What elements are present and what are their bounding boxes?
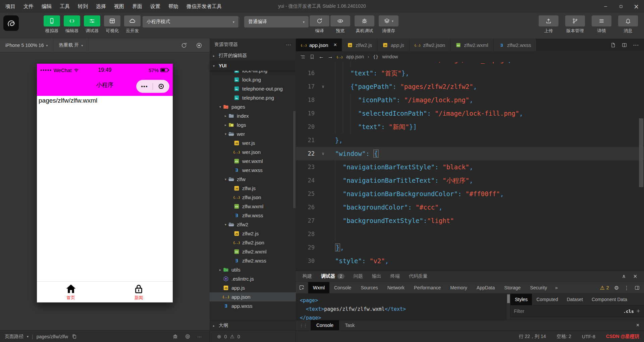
debugger-panel-tab[interactable]: 问题 — [354, 273, 363, 279]
tree-item[interactable]: <>zlfw.wxml — [210, 202, 296, 211]
debugger-panel-tab[interactable]: 构建 — [303, 273, 312, 279]
maximize-button[interactable] — [613, 0, 629, 13]
hot-reload-toggle[interactable]: 热重载 开 ▾ — [53, 39, 89, 52]
styles-tab-component-data[interactable]: Component Data — [587, 294, 632, 305]
wxml-tree-pane[interactable]: <page> <text>pages/zlfw/zlfw.wxml</text>… — [296, 294, 507, 320]
bug-icon[interactable] — [172, 334, 178, 339]
tree-item[interactable]: telephone.png — [210, 93, 296, 102]
statusbar-problems-segment[interactable]: ⊗ 0 ⚠ 0 — [210, 331, 296, 342]
code-line[interactable]: 25"navigationBarBackgroundColor": "#ff00… — [296, 187, 644, 201]
editor-tab[interactable]: JSzlfw2.js — [342, 39, 377, 51]
code-line[interactable]: 16"text": "首页"}, — [296, 66, 644, 80]
code-line[interactable]: 29}, — [296, 241, 644, 254]
editor-scrollbar[interactable] — [639, 118, 643, 187]
console-tab-task[interactable]: Task — [339, 320, 360, 330]
code-line[interactable]: 22∨"window": { — [296, 147, 644, 160]
tree-item[interactable]: .eslintrc.js — [210, 274, 296, 283]
code-line[interactable]: 23"navigationBarTextStyle": "black", — [296, 160, 644, 174]
capsule-close-icon[interactable] — [153, 83, 169, 90]
add-style-button[interactable]: + — [636, 308, 640, 315]
debug-button[interactable] — [84, 15, 100, 26]
devtools-tab-memory[interactable]: Memory — [445, 282, 472, 293]
copy-icon[interactable] — [71, 334, 77, 339]
styles-tab-dataset[interactable]: Dataset — [562, 294, 587, 305]
code-line[interactable]: 15"selectedIconPath": "/image/home_1.png… — [296, 62, 644, 66]
menu-item-设置[interactable]: 设置 — [150, 3, 160, 10]
code-button[interactable] — [64, 15, 80, 26]
back-icon[interactable]: ← — [319, 54, 324, 60]
devtools-tab-sources[interactable]: Sources — [356, 282, 382, 293]
devtools-tab-console[interactable]: Console — [329, 282, 356, 293]
tree-item[interactable]: JSwer.js — [210, 138, 296, 148]
code-line[interactable]: 17∨{"pagePath": "pages/zlfw2/zlfw2", — [296, 80, 644, 93]
tree-item[interactable]: {..}wer.json — [210, 148, 296, 157]
tree-item[interactable]: ▸index — [210, 111, 296, 120]
code-line[interactable]: 19"selectedIconPath": "/image/lock-fill.… — [296, 107, 644, 120]
wxml-line[interactable]: </page> — [300, 314, 507, 320]
outline-icon[interactable] — [300, 54, 306, 60]
project-root-section[interactable]: ▾ YUI — [210, 61, 296, 71]
eye-button[interactable] — [330, 15, 350, 26]
tree-item[interactable]: ∃zlfw.wxss — [210, 211, 296, 220]
tree-item[interactable]: ▾zlfw2 — [210, 220, 296, 229]
refresh-button[interactable] — [310, 15, 329, 26]
layers-button[interactable]: ▾ — [379, 15, 398, 26]
menu-item-帮助[interactable]: 帮助 — [168, 3, 178, 10]
devtools-tab-wxml[interactable]: Wxml — [308, 282, 329, 293]
menu-item-项目[interactable]: 项目 — [5, 3, 15, 10]
tree-item[interactable]: ▸utils — [210, 265, 296, 274]
breadcrumb-file[interactable]: app.json — [346, 54, 364, 59]
debugger-panel-tab[interactable]: 代码质量 — [409, 273, 428, 279]
chevron-up-icon[interactable]: ∧ — [622, 273, 626, 279]
tree-item[interactable]: ▾pages — [210, 102, 296, 111]
tree-item[interactable]: <>zlfw2.wxml — [210, 247, 296, 256]
tree-item[interactable]: {..}zlfw2.json — [210, 238, 296, 247]
warning-badge[interactable]: ⚠2 — [600, 285, 609, 291]
editor-tab[interactable]: {..}app.json× — [296, 39, 342, 51]
tree-item[interactable]: {..}zlfw.json — [210, 193, 296, 202]
styles-tab-computed[interactable]: Computed — [532, 294, 562, 305]
menu-item-工具[interactable]: 工具 — [60, 3, 70, 10]
stop-icon[interactable] — [196, 42, 202, 49]
debugger-panel-tab[interactable]: 调试器2 — [321, 273, 344, 279]
tree-item[interactable]: ▸logs — [210, 120, 296, 129]
devtools-tab-performance[interactable]: Performance — [409, 282, 445, 293]
branch-button[interactable] — [565, 15, 585, 26]
tab-overflow-icon[interactable]: » — [552, 282, 561, 293]
bug-button[interactable] — [355, 15, 374, 26]
more-icon[interactable]: ⋯ — [633, 42, 639, 48]
wxml-line[interactable]: <page> — [300, 296, 507, 305]
cursor-position[interactable]: 行 22，列 14 — [519, 334, 546, 340]
tree-item[interactable]: telephone-out.png — [210, 84, 296, 93]
code-line[interactable]: 27"backgroundTextStyle":"light" — [296, 214, 644, 227]
dock-icon[interactable] — [634, 285, 640, 291]
close-icon[interactable]: × — [636, 322, 639, 328]
explorer-scrollbar[interactable] — [293, 111, 296, 208]
capsule-menu[interactable]: ••• — [136, 80, 169, 93]
tree-item[interactable]: JSzlfw.js — [210, 184, 296, 193]
bookmark-icon[interactable] — [309, 54, 315, 60]
code-line[interactable]: 26"backgroundColor": "#ccc", — [296, 201, 644, 214]
code-editor[interactable]: 15"selectedIconPath": "/image/home_1.png… — [296, 62, 644, 271]
cloud-button[interactable] — [124, 15, 141, 26]
open-editors-section[interactable]: ▸ 打开的编辑器 — [210, 51, 296, 61]
code-line[interactable]: 21}, — [296, 133, 644, 147]
menu-item-微信开发者工具[interactable]: 微信开发者工具 — [186, 3, 222, 10]
drag-handle-icon[interactable]: ⋮⋮ — [299, 323, 307, 328]
breadcrumb-symbol[interactable]: window — [382, 54, 398, 59]
more-icon[interactable]: ⋯ — [197, 334, 202, 339]
devtools-tab-storage[interactable]: Storage — [499, 282, 525, 293]
wxml-line[interactable]: <text>pages/zlfw/zlfw.wxml</text> — [300, 305, 507, 314]
phone-tabbar-item[interactable]: 首页 — [37, 282, 105, 302]
close-icon[interactable]: × — [633, 273, 637, 279]
code-line[interactable]: 28 — [296, 227, 644, 241]
code-line[interactable]: 30"style": "v2", — [296, 254, 644, 268]
page-path-label[interactable]: 页面路径 — [5, 334, 23, 340]
compile-mode-select[interactable]: 普通编译 ▾ — [244, 16, 309, 27]
tree-item[interactable]: ∃wer.wxss — [210, 166, 296, 175]
fold-chevron-icon[interactable]: ∨ — [319, 80, 327, 93]
minimize-button[interactable] — [598, 0, 613, 13]
tree-item[interactable]: <>wer.wxml — [210, 157, 296, 166]
tree-item[interactable]: ∃zlfw2.wxss — [210, 256, 296, 265]
close-button[interactable]: × — [629, 0, 644, 13]
